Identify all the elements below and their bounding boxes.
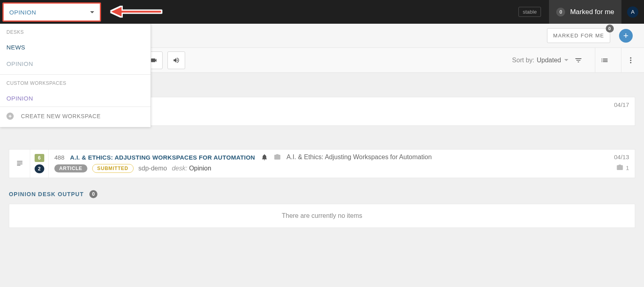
filter-audio-button[interactable] [167, 51, 185, 69]
sort-by-prefix: Sort by: [512, 57, 534, 64]
svg-point-4 [630, 62, 631, 63]
marked-label: Marked for me [570, 8, 614, 16]
item-photo-count: 1 [616, 164, 629, 171]
stable-button[interactable]: stable [518, 7, 541, 17]
camera-icon [274, 154, 281, 161]
view-list-button[interactable] [599, 48, 611, 73]
divider [595, 48, 595, 73]
marked-count-badge: 0 [556, 8, 565, 16]
svg-point-2 [630, 57, 631, 58]
plus-icon: + [623, 31, 629, 41]
caret-down-icon [564, 59, 568, 61]
output-section-count: 0 [89, 190, 97, 198]
item-date: 04/13 [614, 154, 629, 160]
filter-icon [574, 56, 582, 64]
output-section-header: OPINION DESK OUTPUT 0 [9, 190, 635, 198]
urgency-badge: 2 [35, 164, 44, 173]
create-workspace-label: CREATE NEW WORKSPACE [21, 113, 101, 119]
create-workspace-button[interactable]: + CREATE NEW WORKSPACE [0, 107, 151, 127]
marked-button-count-badge: 0 [606, 25, 614, 33]
audio-icon [173, 57, 180, 64]
svg-point-3 [630, 59, 631, 61]
dropdown-item-opinion-desk[interactable]: OPINION [0, 55, 151, 72]
dropdown-item-news[interactable]: NEWS [0, 39, 151, 55]
item-slugline: A.I. & ETHICS: ADJUSTING WORKSPACES FOR … [70, 154, 255, 161]
kebab-icon [627, 56, 635, 64]
marked-for-me-button[interactable]: MARKED FOR ME 0 [547, 28, 610, 43]
caret-down-icon [90, 11, 94, 13]
item-headline: A.I. & Ethics: Adjusting Workspaces for … [287, 154, 432, 161]
output-empty-state: There are currently no items [9, 204, 635, 228]
camera-icon [616, 164, 623, 171]
desk-dropdown-label: OPINION [9, 9, 36, 16]
output-empty-text: There are currently no items [282, 212, 362, 219]
item-date: 04/17 [614, 101, 629, 108]
item-photo-count-value: 1 [626, 164, 629, 171]
item-desk-name: Opinion [189, 165, 211, 172]
dropdown-desks-heading: DESKS [0, 24, 151, 39]
item-desk-prefix: desk: [172, 165, 187, 172]
list-item[interactable]: 6 2 488 A.I. & ETHICS: ADJUSTING WORKSPA… [9, 149, 635, 178]
sort-by-value: Updated [537, 57, 561, 64]
list-icon [601, 56, 609, 64]
desk-dropdown-panel: DESKS NEWS OPINION CUSTOM WORKSPACES OPI… [0, 24, 151, 127]
filter-settings-button[interactable] [572, 48, 584, 73]
bell-icon [261, 154, 268, 161]
item-type-pill: ARTICLE [54, 164, 87, 172]
dropdown-workspaces-heading: CUSTOM WORKSPACES [0, 75, 151, 90]
priority-badge: 6 [35, 154, 44, 162]
video-icon [150, 57, 157, 64]
sort-by-dropdown[interactable]: Sort by: Updated [512, 57, 568, 64]
item-wordcount: 488 [54, 154, 64, 161]
more-options-button[interactable] [625, 48, 637, 73]
desk-dropdown-button[interactable]: OPINION [2, 2, 101, 22]
document-icon [16, 160, 24, 168]
output-section-title: OPINION DESK OUTPUT [9, 191, 84, 197]
user-avatar[interactable]: A [627, 6, 638, 18]
marked-for-me-pane[interactable]: 0 Marked for me [549, 0, 621, 24]
item-author: sdp-demo [138, 165, 167, 172]
create-fab-button[interactable]: + [619, 29, 633, 43]
dropdown-item-opinion-workspace[interactable]: OPINION [0, 90, 151, 107]
topbar-right: stable 0 Marked for me A [518, 0, 644, 24]
divider [621, 48, 621, 73]
plus-circle-icon: + [6, 113, 14, 120]
marked-button-label: MARKED FOR ME [553, 33, 604, 39]
item-state-pill: SUBMITTED [92, 164, 134, 173]
